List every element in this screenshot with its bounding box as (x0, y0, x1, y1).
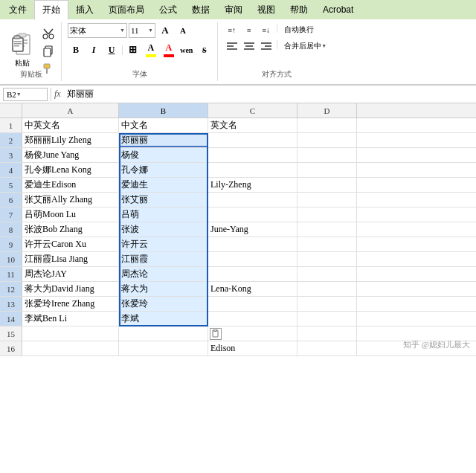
copy-button[interactable] (40, 43, 57, 59)
cell-c-8[interactable]: June-Yang (208, 222, 298, 236)
font-grow-button[interactable]: A (157, 22, 173, 39)
cell-d-2[interactable] (298, 133, 357, 147)
cell-d-16[interactable] (298, 341, 357, 355)
cell-c-13[interactable] (208, 297, 298, 311)
cell-a-3[interactable]: 杨俊June Yang (22, 148, 119, 162)
cell-a-15[interactable] (22, 326, 119, 341)
cell-d-6[interactable] (298, 193, 357, 207)
cell-b-3[interactable]: 杨俊 (119, 148, 208, 162)
font-shrink-button[interactable]: A (175, 22, 191, 39)
cell-a-6[interactable]: 张艾丽Ally Zhang (22, 193, 119, 207)
cell-a-5[interactable]: 爱迪生Edison (22, 178, 119, 192)
wrap-text-button[interactable]: 自动换行 (280, 22, 318, 37)
cell-d-7[interactable] (298, 207, 357, 222)
col-header-b[interactable]: B (119, 103, 208, 118)
row-number[interactable]: 16 (0, 341, 22, 355)
bold-button[interactable]: B (68, 42, 84, 58)
row-number[interactable]: 15 (0, 326, 22, 341)
cell-c-6[interactable] (208, 193, 298, 207)
cell-c-16[interactable]: Edison (208, 341, 298, 355)
tab-insert[interactable]: 插入 (68, 0, 101, 19)
cell-d-5[interactable] (298, 178, 357, 192)
strikethrough-button[interactable]: S (196, 42, 213, 58)
cell-c-7[interactable] (208, 207, 298, 222)
cell-b-5[interactable]: 爱迪生 (119, 178, 208, 192)
cell-d-1[interactable] (298, 118, 357, 132)
cell-a-11[interactable]: 周杰论JAY (22, 267, 119, 281)
cell-a-16[interactable] (22, 341, 119, 355)
cell-b-12[interactable]: 蒋大为 (119, 282, 208, 296)
tab-formula[interactable]: 公式 (152, 0, 184, 19)
cell-d-14[interactable] (298, 312, 357, 326)
cell-b-10[interactable]: 江丽霞 (119, 252, 208, 266)
row-number[interactable]: 7 (0, 207, 22, 222)
cell-a-7[interactable]: 吕萌Moon Lu (22, 207, 119, 222)
cell-a-10[interactable]: 江丽霞Lisa Jiang (22, 252, 119, 266)
row-number[interactable]: 3 (0, 148, 22, 162)
cell-d-12[interactable] (298, 282, 357, 296)
cell-a-13[interactable]: 张爱玲Irene Zhang (22, 297, 119, 311)
align-top-center-button[interactable]: ≡ (241, 22, 257, 37)
cell-b-6[interactable]: 张艾丽 (119, 193, 208, 207)
formula-input[interactable] (64, 88, 473, 101)
cell-b-7[interactable]: 吕萌 (119, 207, 208, 222)
cell-b-1[interactable]: 中文名 (119, 118, 208, 132)
tab-review[interactable]: 审阅 (217, 0, 250, 19)
tab-data[interactable]: 数据 (184, 0, 217, 19)
cell-b-14[interactable]: 李斌 (119, 312, 208, 326)
cell-d-4[interactable] (298, 163, 357, 177)
row-number[interactable]: 9 (0, 237, 22, 251)
underline-button[interactable]: U (103, 42, 120, 58)
cell-b-2[interactable]: 郑丽丽 (119, 133, 208, 147)
cell-c-10[interactable] (208, 252, 298, 266)
row-number[interactable]: 14 (0, 312, 22, 326)
align-top-left-button[interactable]: ≡↑ (224, 22, 240, 37)
align-center-button[interactable] (241, 39, 257, 54)
cell-a-12[interactable]: 蒋大为David Jiang (22, 282, 119, 296)
paste-options-icon[interactable] (210, 328, 222, 340)
cell-b-9[interactable]: 许开云 (119, 237, 208, 251)
font-color-button[interactable]: A (161, 42, 177, 58)
col-header-d[interactable]: D (298, 103, 357, 118)
cell-b-13[interactable]: 张爱玲 (119, 297, 208, 311)
tab-file[interactable]: 文件 (1, 0, 34, 19)
row-number[interactable]: 12 (0, 282, 22, 296)
tab-page-layout[interactable]: 页面布局 (101, 0, 152, 19)
align-top-right-button[interactable]: ≡↓ (258, 22, 274, 37)
italic-button[interactable]: I (86, 42, 102, 58)
font-size-dropdown[interactable]: 11 ▼ (129, 23, 155, 38)
cell-c-5[interactable]: Lily-Zheng (208, 178, 298, 192)
border-button[interactable]: ⊞ (125, 42, 141, 58)
cell-b-8[interactable]: 张波 (119, 222, 208, 236)
cell-a-4[interactable]: 孔令娜Lena Kong (22, 163, 119, 177)
cell-d-11[interactable] (298, 267, 357, 281)
row-number[interactable]: 4 (0, 163, 22, 177)
row-number[interactable]: 2 (0, 133, 22, 147)
cell-c-11[interactable] (208, 267, 298, 281)
fill-color-button[interactable]: A (143, 42, 159, 58)
cell-c-4[interactable] (208, 163, 298, 177)
cell-a-8[interactable]: 张波Bob Zhang (22, 222, 119, 236)
tab-acrobat[interactable]: Acrobat (315, 0, 361, 19)
merge-center-button[interactable]: 合并后居中 ▼ (280, 39, 330, 54)
cell-a-2[interactable]: 郑丽丽Lily Zheng (22, 133, 119, 147)
cell-a-1[interactable]: 中英文名 (22, 118, 119, 132)
align-right-button[interactable] (258, 39, 274, 54)
cell-a-14[interactable]: 李斌Ben Li (22, 312, 119, 326)
cell-d-10[interactable] (298, 252, 357, 266)
row-number[interactable]: 10 (0, 252, 22, 266)
cell-c-2[interactable] (208, 133, 298, 147)
col-header-c[interactable]: C (208, 103, 298, 118)
cell-c-14[interactable] (208, 312, 298, 326)
tab-view[interactable]: 视图 (250, 0, 283, 19)
row-number[interactable]: 5 (0, 178, 22, 192)
row-number[interactable]: 1 (0, 118, 22, 132)
cell-b-15[interactable] (119, 326, 208, 341)
cell-b-4[interactable]: 孔令娜 (119, 163, 208, 177)
cell-d-9[interactable] (298, 237, 357, 251)
cell-b-11[interactable]: 周杰论 (119, 267, 208, 281)
tab-help[interactable]: 帮助 (283, 0, 315, 19)
cell-c-12[interactable]: Lena-Kong (208, 282, 298, 296)
font-name-dropdown[interactable]: 宋体 ▼ (68, 23, 127, 38)
cell-c-3[interactable] (208, 148, 298, 162)
